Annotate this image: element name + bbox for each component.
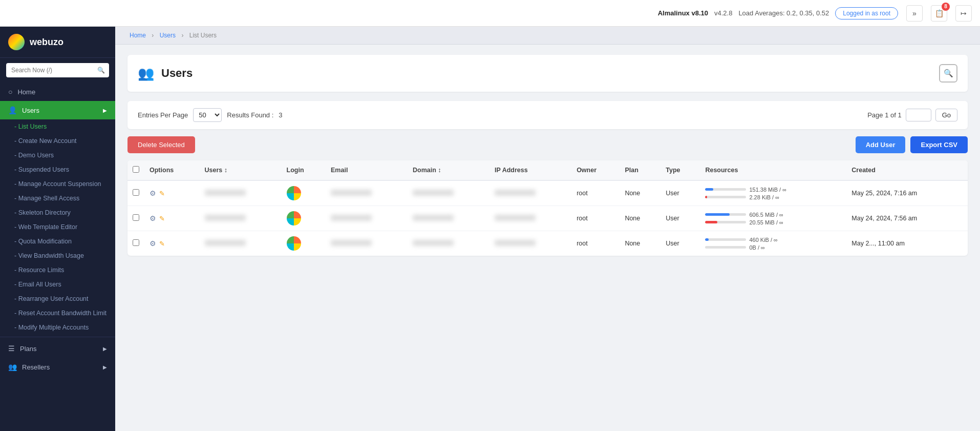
terminal-icon[interactable]: » bbox=[906, 5, 923, 22]
sidebar-item-bandwidth-usage[interactable]: - View Bandwidth Usage bbox=[0, 249, 115, 263]
resource-row1-1: 606.5 MiB / ∞ bbox=[705, 212, 841, 218]
page-header: 👥 Users 🔍 bbox=[127, 55, 968, 92]
go-button[interactable]: Go bbox=[935, 109, 957, 121]
logout-icon[interactable]: ↦ bbox=[955, 5, 972, 22]
sidebar-item-suspended-users[interactable]: - Suspended Users bbox=[0, 162, 115, 177]
table-row: ⚙ ✎ root None User bbox=[127, 180, 968, 206]
edit-icon[interactable]: ✎ bbox=[159, 190, 165, 197]
controls-bar: Entries Per Page 50 25 100 Results Found… bbox=[127, 101, 968, 129]
sidebar-item-email-all[interactable]: - Email All Users bbox=[0, 277, 115, 292]
page-title-icon: 👥 bbox=[138, 66, 154, 81]
resource1-label-0: 151.38 MiB / ∞ bbox=[749, 187, 786, 193]
sidebar-item-resellers[interactable]: 👥 Resellers ▶ bbox=[0, 358, 115, 376]
page-indicator: Page 1 of 1 bbox=[867, 111, 902, 119]
col-email: Email bbox=[326, 160, 408, 180]
row-checkbox-0 bbox=[127, 180, 144, 206]
notifications-icon[interactable]: 📋 8 bbox=[931, 5, 947, 22]
ip-value-0 bbox=[495, 190, 536, 196]
col-plan: Plan bbox=[620, 160, 661, 180]
row-owner-2: root bbox=[571, 231, 620, 256]
sidebar-item-reset-bandwidth[interactable]: - Reset Account Bandwidth Limit bbox=[0, 306, 115, 320]
row-select-1[interactable] bbox=[133, 214, 139, 221]
gear-icon[interactable]: ⚙ bbox=[150, 214, 156, 222]
action-right: Add User Export CSV bbox=[856, 136, 968, 153]
plans-icon: ☰ bbox=[8, 344, 15, 353]
bar-inner1-2 bbox=[705, 238, 708, 241]
sidebar-logo: webuzo bbox=[0, 27, 115, 58]
row-select-2[interactable] bbox=[133, 239, 139, 246]
topbar: Almalinux v8.10 v4.2.8 Load Averages: 0.… bbox=[0, 0, 980, 27]
breadcrumb-current: List Users bbox=[189, 32, 217, 39]
col-checkbox bbox=[127, 160, 144, 180]
edit-icon[interactable]: ✎ bbox=[159, 240, 165, 248]
topbar-os: Almalinux v8.10 bbox=[658, 9, 708, 17]
col-users[interactable]: Users ↕ bbox=[200, 160, 282, 180]
col-ip: IP Address bbox=[489, 160, 571, 180]
page-number-input[interactable] bbox=[906, 109, 931, 121]
row-ip-1 bbox=[489, 206, 571, 231]
delete-selected-button[interactable]: Delete Selected bbox=[127, 136, 195, 153]
sidebar-item-modify-multiple[interactable]: - Modify Multiple Accounts bbox=[0, 320, 115, 335]
export-csv-button[interactable]: Export CSV bbox=[910, 136, 968, 153]
col-domain[interactable]: Domain ↕ bbox=[408, 160, 489, 180]
users-table: Options Users ↕ Login Email Domain ↕ IP … bbox=[127, 160, 968, 256]
select-all-checkbox[interactable] bbox=[133, 166, 139, 173]
search-input[interactable] bbox=[6, 63, 109, 77]
add-user-button[interactable]: Add User bbox=[856, 136, 906, 153]
row-options-0: ⚙ ✎ bbox=[144, 180, 200, 206]
sidebar-item-create-account[interactable]: - Create New Account bbox=[0, 134, 115, 148]
sidebar-logo-text: webuzo bbox=[30, 37, 63, 48]
sidebar-item-demo-users[interactable]: - Demo Users bbox=[0, 148, 115, 162]
page-search-button[interactable]: 🔍 bbox=[939, 64, 957, 83]
gear-icon[interactable]: ⚙ bbox=[150, 239, 156, 248]
email-value-2 bbox=[331, 240, 372, 246]
sidebar-item-rearrange[interactable]: - Rearrange User Account bbox=[0, 292, 115, 306]
row-user-0 bbox=[200, 180, 282, 206]
sidebar-item-home[interactable]: ○ Home bbox=[0, 83, 115, 101]
sidebar-item-list-users[interactable]: - List Users bbox=[0, 119, 115, 134]
sidebar-item-resource-limits[interactable]: - Resource Limits bbox=[0, 263, 115, 277]
col-resources: Resources bbox=[700, 160, 846, 180]
logo-icon bbox=[8, 34, 25, 50]
edit-icon[interactable]: ✎ bbox=[159, 215, 165, 222]
row-domain-0 bbox=[408, 180, 489, 206]
row-select-0[interactable] bbox=[133, 189, 139, 196]
bar-outer1-1 bbox=[705, 213, 746, 216]
sidebar-item-users[interactable]: 👤 Users ▶ bbox=[0, 101, 115, 119]
sidebar-item-web-template[interactable]: - Web Template Editor bbox=[0, 220, 115, 234]
sidebar-item-manage-suspension[interactable]: - Manage Account Suspension bbox=[0, 177, 115, 191]
webuzo-login-icon-0 bbox=[287, 186, 301, 200]
sidebar: webuzo 🔍 ○ Home 👤 Users ▶ - List Users -… bbox=[0, 27, 115, 431]
resellers-icon: 👥 bbox=[8, 363, 17, 371]
breadcrumb: Home › Users › List Users bbox=[115, 27, 980, 45]
bar-inner1-1 bbox=[705, 213, 730, 216]
sidebar-item-skeleton-dir[interactable]: - Skeleton Directory bbox=[0, 206, 115, 220]
sidebar-item-quota-mod[interactable]: - Quota Modification bbox=[0, 234, 115, 249]
row-options-2: ⚙ ✎ bbox=[144, 231, 200, 256]
controls-left: Entries Per Page 50 25 100 Results Found… bbox=[138, 108, 283, 122]
row-user-2 bbox=[200, 231, 282, 256]
breadcrumb-home[interactable]: Home bbox=[130, 32, 146, 39]
main-layout: webuzo 🔍 ○ Home 👤 Users ▶ - List Users -… bbox=[0, 27, 980, 431]
col-login: Login bbox=[282, 160, 326, 180]
sidebar-item-manage-shell[interactable]: - Manage Shell Access bbox=[0, 191, 115, 206]
topbar-load: Load Averages: 0.2, 0.35, 0.52 bbox=[738, 9, 829, 17]
controls-right: Page 1 of 1 Go bbox=[867, 109, 957, 121]
row-created-0: May 25, 2024, 7:16 am bbox=[846, 180, 968, 206]
entries-select[interactable]: 50 25 100 bbox=[193, 108, 222, 122]
row-login-0 bbox=[282, 180, 326, 206]
topbar-logged-in[interactable]: Logged in as root bbox=[835, 7, 898, 19]
topbar-info: Almalinux v8.10 v4.2.8 Load Averages: 0.… bbox=[658, 7, 898, 19]
col-created: Created bbox=[846, 160, 968, 180]
sidebar-item-plans[interactable]: ☰ Plans ▶ bbox=[0, 339, 115, 358]
row-owner-1: root bbox=[571, 206, 620, 231]
resource-row2-2: 0B / ∞ bbox=[705, 244, 841, 251]
resource-bar-2: 460 KiB / ∞ 0B / ∞ bbox=[705, 237, 841, 251]
gear-icon[interactable]: ⚙ bbox=[150, 189, 156, 197]
row-user-1 bbox=[200, 206, 282, 231]
topbar-version: v4.2.8 bbox=[714, 9, 732, 17]
breadcrumb-users[interactable]: Users bbox=[160, 32, 176, 39]
results-count: 3 bbox=[279, 111, 282, 119]
ip-value-1 bbox=[495, 215, 536, 221]
resource-bar-1: 606.5 MiB / ∞ 20.55 MiB / ∞ bbox=[705, 212, 841, 225]
